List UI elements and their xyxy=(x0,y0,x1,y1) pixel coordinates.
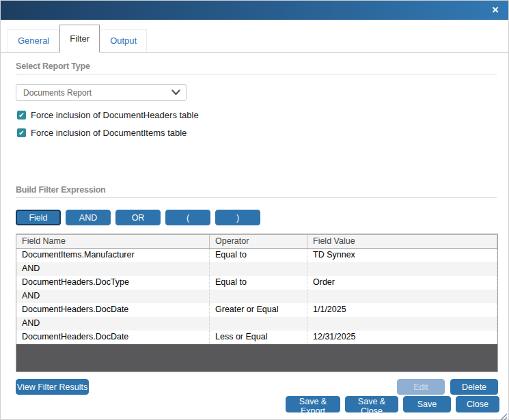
close-icon[interactable]: ✕ xyxy=(489,4,501,16)
header-operator: Operator xyxy=(210,235,307,248)
tab-general[interactable]: General xyxy=(8,29,59,52)
close-button[interactable]: Close xyxy=(456,396,499,412)
field-button[interactable]: Field xyxy=(16,210,61,225)
table-empty-area xyxy=(16,344,497,372)
checkbox-row-documentitems: ✔ Force inclusion of DocumentItems table xyxy=(17,128,508,138)
view-filter-results-button[interactable]: View Filter Results xyxy=(16,379,89,395)
tab-filter[interactable]: Filter xyxy=(59,25,100,53)
table-row[interactable]: AND xyxy=(16,262,497,276)
header-field-name: Field Name xyxy=(16,235,210,248)
table-row[interactable]: DocumentHeaders.DocDate Less or Equal 12… xyxy=(16,331,497,344)
report-type-selected-value: Documents Report xyxy=(23,88,171,98)
documentitems-checkbox-label: Force inclusion of DocumentItems table xyxy=(31,128,187,138)
header-field-value: Field Value xyxy=(307,235,497,248)
filter-expression-table: Field Name Operator Field Value Document… xyxy=(16,234,498,372)
documentitems-checkbox[interactable]: ✔ xyxy=(17,128,26,137)
open-paren-button[interactable]: ( xyxy=(165,210,210,225)
close-paren-button[interactable]: ) xyxy=(215,210,260,225)
select-report-type-label: Select Report Type xyxy=(16,61,497,74)
table-row[interactable]: AND xyxy=(16,317,497,331)
table-row[interactable]: DocumentHeaders.DocDate Greater or Equal… xyxy=(16,303,497,317)
or-button[interactable]: OR xyxy=(115,210,161,225)
resize-grip[interactable] xyxy=(499,410,507,419)
report-dialog: ✕ General Filter Output Select Report Ty… xyxy=(0,0,509,420)
documentheaders-checkbox-label: Force inclusion of DocumentHeaders table xyxy=(31,110,199,120)
table-row[interactable]: DocumentItems.Manufacturer Equal to TD S… xyxy=(16,249,497,262)
chevron-down-icon xyxy=(171,89,180,96)
edit-button[interactable]: Edit xyxy=(397,379,445,395)
tab-strip: General Filter Output xyxy=(1,27,508,53)
save-and-close-button[interactable]: Save & Close xyxy=(345,396,398,412)
dialog-titlebar: ✕ xyxy=(1,1,508,20)
table-action-row: View Filter Results Edit Delete xyxy=(16,379,498,395)
build-filter-expression-label: Build Filter Expression xyxy=(16,185,497,198)
expression-button-row: Field AND OR ( ) xyxy=(16,210,508,225)
delete-button[interactable]: Delete xyxy=(450,379,498,395)
table-header-row: Field Name Operator Field Value xyxy=(16,235,497,249)
tab-output[interactable]: Output xyxy=(100,29,147,52)
table-row[interactable]: DocumentHeaders.DocType Equal to Order xyxy=(16,276,497,290)
footer-button-row: Save & Export Save & Close Save Close xyxy=(286,396,499,412)
report-type-dropdown[interactable]: Documents Report xyxy=(16,84,187,101)
documentheaders-checkbox[interactable]: ✔ xyxy=(17,111,26,120)
checkbox-row-documentheaders: ✔ Force inclusion of DocumentHeaders tab… xyxy=(17,110,508,120)
table-row[interactable]: AND xyxy=(16,290,497,303)
save-and-export-button[interactable]: Save & Export xyxy=(286,396,340,412)
and-button[interactable]: AND xyxy=(66,210,111,225)
table-body: DocumentItems.Manufacturer Equal to TD S… xyxy=(16,249,497,344)
save-button[interactable]: Save xyxy=(403,396,451,412)
